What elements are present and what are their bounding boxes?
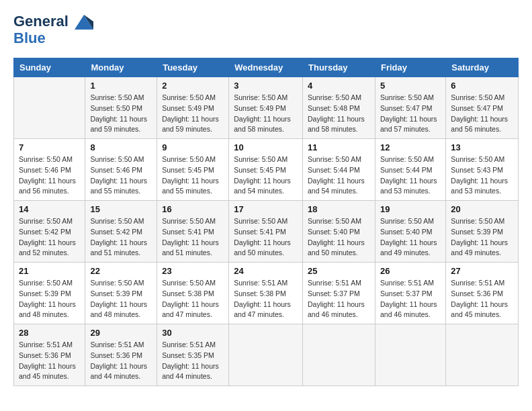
week-row-1: 1Sunrise: 5:50 AMSunset: 5:50 PMDaylight… — [14, 77, 519, 139]
header-cell-monday: Monday — [85, 58, 157, 77]
day-detail: Sunrise: 5:50 AMSunset: 5:44 PMDaylight:… — [308, 154, 370, 197]
calendar-cell: 5Sunrise: 5:50 AMSunset: 5:47 PMDaylight… — [375, 77, 445, 139]
calendar-cell: 27Sunrise: 5:51 AMSunset: 5:36 PMDayligh… — [446, 263, 519, 324]
day-detail: Sunrise: 5:50 AMSunset: 5:49 PMDaylight:… — [162, 93, 224, 135]
calendar-cell: 13Sunrise: 5:50 AMSunset: 5:43 PMDayligh… — [446, 139, 519, 201]
day-number: 27 — [451, 266, 513, 276]
header-cell-friday: Friday — [375, 58, 445, 77]
logo-text: General — [13, 13, 69, 30]
calendar-cell: 9Sunrise: 5:50 AMSunset: 5:45 PMDaylight… — [157, 139, 229, 201]
day-number: 26 — [380, 266, 441, 276]
day-number: 20 — [451, 204, 513, 214]
calendar-cell: 10Sunrise: 5:50 AMSunset: 5:45 PMDayligh… — [229, 139, 303, 201]
day-detail: Sunrise: 5:50 AMSunset: 5:39 PMDaylight:… — [451, 216, 513, 259]
day-number: 11 — [308, 142, 370, 152]
day-number: 17 — [234, 204, 298, 214]
day-detail: Sunrise: 5:51 AMSunset: 5:36 PMDaylight:… — [90, 340, 152, 382]
calendar-cell: 30Sunrise: 5:51 AMSunset: 5:35 PMDayligh… — [157, 324, 229, 386]
day-detail: Sunrise: 5:50 AMSunset: 5:41 PMDaylight:… — [234, 216, 298, 259]
calendar-cell: 26Sunrise: 5:51 AMSunset: 5:37 PMDayligh… — [375, 263, 445, 324]
day-detail: Sunrise: 5:51 AMSunset: 5:36 PMDaylight:… — [19, 340, 80, 382]
calendar-cell: 21Sunrise: 5:50 AMSunset: 5:39 PMDayligh… — [14, 263, 85, 324]
calendar-cell — [229, 324, 303, 386]
day-number: 3 — [234, 81, 298, 91]
day-number: 5 — [380, 81, 441, 91]
calendar-cell: 3Sunrise: 5:50 AMSunset: 5:49 PMDaylight… — [229, 77, 303, 139]
calendar-cell — [375, 324, 445, 386]
day-number: 25 — [308, 266, 370, 276]
day-number: 2 — [162, 81, 224, 91]
calendar-cell: 11Sunrise: 5:50 AMSunset: 5:44 PMDayligh… — [303, 139, 375, 201]
day-detail: Sunrise: 5:50 AMSunset: 5:45 PMDaylight:… — [234, 154, 298, 197]
day-detail: Sunrise: 5:50 AMSunset: 5:45 PMDaylight:… — [162, 154, 224, 197]
calendar-cell: 15Sunrise: 5:50 AMSunset: 5:42 PMDayligh… — [85, 201, 157, 263]
day-detail: Sunrise: 5:50 AMSunset: 5:40 PMDaylight:… — [380, 216, 441, 259]
day-detail: Sunrise: 5:51 AMSunset: 5:38 PMDaylight:… — [234, 278, 298, 320]
logo-icon — [75, 15, 93, 30]
day-number: 14 — [19, 204, 80, 214]
day-detail: Sunrise: 5:50 AMSunset: 5:50 PMDaylight:… — [90, 93, 152, 135]
day-number: 16 — [162, 204, 224, 214]
day-detail: Sunrise: 5:50 AMSunset: 5:40 PMDaylight:… — [308, 216, 370, 259]
day-number: 23 — [162, 266, 224, 276]
week-row-2: 7Sunrise: 5:50 AMSunset: 5:46 PMDaylight… — [14, 139, 519, 201]
day-number: 15 — [90, 204, 152, 214]
header-cell-saturday: Saturday — [446, 58, 519, 77]
day-number: 13 — [451, 142, 513, 152]
calendar-cell: 18Sunrise: 5:50 AMSunset: 5:40 PMDayligh… — [303, 201, 375, 263]
day-number: 19 — [380, 204, 441, 214]
calendar-cell: 20Sunrise: 5:50 AMSunset: 5:39 PMDayligh… — [446, 201, 519, 263]
calendar-body: 1Sunrise: 5:50 AMSunset: 5:50 PMDaylight… — [14, 77, 519, 386]
header-cell-tuesday: Tuesday — [157, 58, 229, 77]
calendar-table: SundayMondayTuesdayWednesdayThursdayFrid… — [13, 58, 519, 386]
day-number: 4 — [308, 81, 370, 91]
day-detail: Sunrise: 5:50 AMSunset: 5:41 PMDaylight:… — [162, 216, 224, 259]
calendar-cell: 4Sunrise: 5:50 AMSunset: 5:48 PMDaylight… — [303, 77, 375, 139]
calendar-cell — [303, 324, 375, 386]
calendar-cell: 29Sunrise: 5:51 AMSunset: 5:36 PMDayligh… — [85, 324, 157, 386]
header-cell-sunday: Sunday — [14, 58, 85, 77]
day-detail: Sunrise: 5:50 AMSunset: 5:43 PMDaylight:… — [451, 154, 513, 197]
header-cell-thursday: Thursday — [303, 58, 375, 77]
calendar-cell: 2Sunrise: 5:50 AMSunset: 5:49 PMDaylight… — [157, 77, 229, 139]
calendar-cell: 6Sunrise: 5:50 AMSunset: 5:47 PMDaylight… — [446, 77, 519, 139]
week-row-5: 28Sunrise: 5:51 AMSunset: 5:36 PMDayligh… — [14, 324, 519, 386]
day-detail: Sunrise: 5:51 AMSunset: 5:37 PMDaylight:… — [308, 278, 370, 320]
calendar-cell: 23Sunrise: 5:50 AMSunset: 5:38 PMDayligh… — [157, 263, 229, 324]
day-number: 24 — [234, 266, 298, 276]
calendar-cell: 8Sunrise: 5:50 AMSunset: 5:46 PMDaylight… — [85, 139, 157, 201]
day-number: 28 — [19, 328, 80, 338]
calendar-cell: 24Sunrise: 5:51 AMSunset: 5:38 PMDayligh… — [229, 263, 303, 324]
day-detail: Sunrise: 5:50 AMSunset: 5:39 PMDaylight:… — [19, 278, 80, 320]
week-row-3: 14Sunrise: 5:50 AMSunset: 5:42 PMDayligh… — [14, 201, 519, 263]
day-number: 29 — [90, 328, 152, 338]
day-number: 30 — [162, 328, 224, 338]
day-detail: Sunrise: 5:51 AMSunset: 5:35 PMDaylight:… — [162, 340, 224, 382]
day-number: 1 — [90, 81, 152, 91]
day-number: 6 — [451, 81, 513, 91]
day-detail: Sunrise: 5:50 AMSunset: 5:42 PMDaylight:… — [90, 216, 152, 259]
day-detail: Sunrise: 5:50 AMSunset: 5:47 PMDaylight:… — [451, 93, 513, 135]
day-number: 8 — [90, 142, 152, 152]
calendar-cell: 28Sunrise: 5:51 AMSunset: 5:36 PMDayligh… — [14, 324, 85, 386]
day-detail: Sunrise: 5:50 AMSunset: 5:47 PMDaylight:… — [380, 93, 441, 135]
day-detail: Sunrise: 5:50 AMSunset: 5:42 PMDaylight:… — [19, 216, 80, 259]
day-detail: Sunrise: 5:50 AMSunset: 5:48 PMDaylight:… — [308, 93, 370, 135]
calendar-cell: 22Sunrise: 5:50 AMSunset: 5:39 PMDayligh… — [85, 263, 157, 324]
calendar-cell: 12Sunrise: 5:50 AMSunset: 5:44 PMDayligh… — [375, 139, 445, 201]
day-detail: Sunrise: 5:50 AMSunset: 5:39 PMDaylight:… — [90, 278, 152, 320]
page-header: General Blue — [13, 13, 519, 47]
calendar-cell: 16Sunrise: 5:50 AMSunset: 5:41 PMDayligh… — [157, 201, 229, 263]
day-number: 12 — [380, 142, 441, 152]
week-row-4: 21Sunrise: 5:50 AMSunset: 5:39 PMDayligh… — [14, 263, 519, 324]
logo: General Blue — [13, 13, 93, 47]
day-detail: Sunrise: 5:50 AMSunset: 5:38 PMDaylight:… — [162, 278, 224, 320]
day-number: 22 — [90, 266, 152, 276]
day-detail: Sunrise: 5:50 AMSunset: 5:44 PMDaylight:… — [380, 154, 441, 197]
logo-blue: Blue — [13, 30, 93, 47]
day-number: 21 — [19, 266, 80, 276]
calendar-cell: 7Sunrise: 5:50 AMSunset: 5:46 PMDaylight… — [14, 139, 85, 201]
calendar-cell: 17Sunrise: 5:50 AMSunset: 5:41 PMDayligh… — [229, 201, 303, 263]
day-detail: Sunrise: 5:51 AMSunset: 5:37 PMDaylight:… — [380, 278, 441, 320]
header-cell-wednesday: Wednesday — [229, 58, 303, 77]
